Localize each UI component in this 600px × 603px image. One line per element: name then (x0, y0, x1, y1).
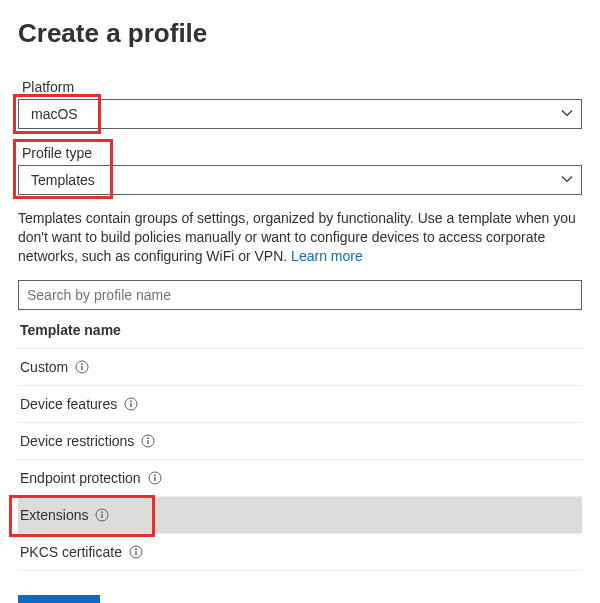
column-header-template-name: Template name (18, 310, 582, 349)
template-name: Endpoint protection (20, 470, 141, 486)
info-icon[interactable] (148, 471, 162, 485)
search-input[interactable] (18, 280, 582, 310)
template-row[interactable]: Device restrictions (18, 423, 582, 460)
templates-description: Templates contain groups of settings, or… (18, 209, 582, 266)
info-icon[interactable] (75, 360, 89, 374)
template-name: PKCS certificate (20, 544, 122, 560)
svg-rect-14 (102, 514, 103, 518)
info-icon[interactable] (129, 545, 143, 559)
platform-select[interactable]: macOS (18, 99, 582, 129)
svg-point-10 (154, 474, 156, 476)
svg-point-7 (147, 437, 149, 439)
template-row[interactable]: Device features (18, 386, 582, 423)
chevron-down-icon (561, 106, 573, 122)
learn-more-link[interactable]: Learn more (291, 248, 363, 264)
svg-rect-5 (131, 403, 132, 407)
svg-rect-17 (135, 551, 136, 555)
chevron-down-icon (561, 172, 573, 188)
profile-type-select[interactable]: Templates (18, 165, 582, 195)
page-title: Create a profile (18, 18, 582, 49)
platform-value: macOS (27, 104, 561, 124)
platform-label: Platform (18, 77, 78, 97)
svg-rect-2 (82, 366, 83, 370)
svg-rect-11 (154, 477, 155, 481)
template-row[interactable]: Endpoint protection (18, 460, 582, 497)
template-name: Device features (20, 396, 117, 412)
template-row[interactable]: Custom (18, 349, 582, 386)
template-name: Custom (20, 359, 68, 375)
profile-type-label: Profile type (18, 143, 96, 163)
svg-point-13 (102, 511, 104, 513)
svg-point-1 (81, 363, 83, 365)
svg-point-16 (135, 548, 137, 550)
profile-type-value: Templates (27, 170, 561, 190)
template-row[interactable]: PKCS certificate (18, 534, 582, 571)
svg-point-4 (130, 400, 132, 402)
template-row[interactable]: Extensions (18, 497, 582, 534)
info-icon[interactable] (141, 434, 155, 448)
template-name: Device restrictions (20, 433, 134, 449)
svg-rect-8 (148, 440, 149, 444)
template-name: Extensions (20, 507, 88, 523)
info-icon[interactable] (95, 508, 109, 522)
create-button[interactable]: Create (18, 595, 100, 603)
info-icon[interactable] (124, 397, 138, 411)
